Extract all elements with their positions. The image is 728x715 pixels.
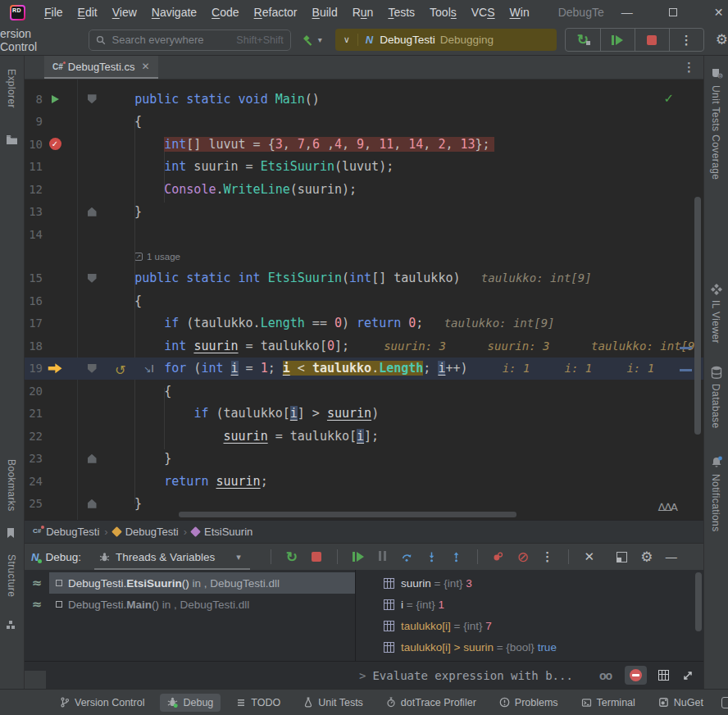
statusbar-item-terminal[interactable]: Terminal [574,694,643,712]
tool-stripe-explorer[interactable]: Explorer [6,69,17,108]
fold-close-icon[interactable] [88,207,97,216]
tool-stripe-notifications[interactable]: Notifications [710,474,721,532]
inspections-ok-icon[interactable]: ✓ [663,91,674,106]
tab-debugtesti-cs[interactable]: C# DebugTesti.cs ✕ [44,56,158,79]
maximize-button[interactable] [650,6,696,19]
tool-stripe-structure[interactable]: Structure [6,554,17,597]
code-line-23[interactable]: 23 } [25,448,703,471]
stop-debug-button[interactable] [304,552,329,562]
mute-renderers-button[interactable] [625,666,647,685]
statusbar-item-debug[interactable]: Debug [160,694,221,712]
editor-vertical-scrollbar[interactable] [694,197,701,435]
code-line-14[interactable]: 14 [25,223,703,246]
code-line-17[interactable]: 17 if (taulukko.Length == 0) return 0; t… [25,312,703,335]
tool-stripe-unit-tests-coverage[interactable]: Unit Tests Coverage [710,85,721,180]
breakpoint-icon[interactable]: ✓ [49,138,61,150]
search-everywhere-input[interactable]: Search everywhere Shift+Shift [89,30,290,51]
step-into-button[interactable] [420,551,444,562]
evaluate-grid-icon[interactable] [658,670,669,681]
code-editor[interactable]: 8 public static void Main()9 {10✓ int[] … [25,80,703,520]
statusbar-item-todo[interactable]: TODO [229,694,288,712]
statusbar-item-version-control[interactable]: Version Control [52,694,152,712]
database-icon[interactable] [711,366,724,379]
editor-horizontal-scrollbar[interactable] [179,512,516,517]
frame-row[interactable]: ≈DebugTesti.Main() in , DebugTesti.dll [25,594,355,615]
breadcrumb-class[interactable]: DebugTesti [113,526,179,538]
menu-win[interactable]: Win [503,6,537,19]
debug-settings-button[interactable]: ⚙ [635,549,659,566]
variables-scrollbar[interactable] [695,572,702,631]
code-line-11[interactable]: 11 int suurin = EtsiSuurin(luvut); [25,156,703,179]
code-line-24[interactable]: 24 return suurin; [25,470,703,493]
chevron-down-icon[interactable]: ∨ [344,34,350,45]
frame-entry[interactable]: DebugTesti.Main() in , DebugTesti.dll [49,594,355,615]
editor-font-widget[interactable]: ∆∆A [658,501,677,513]
expand-icon[interactable] [682,670,694,681]
bookmark-icon[interactable] [6,527,19,540]
code-line-19[interactable]: 19 for (int i = 1; i < taulukko.Length; … [25,358,703,380]
menu-navigate[interactable]: Navigate [144,6,204,19]
menu-vcs[interactable]: VCS [464,6,503,19]
close-tab-icon[interactable]: ✕ [141,61,149,72]
resume-program-button[interactable] [346,552,371,562]
tool-stripe-il-viewer[interactable]: IL Viewer [710,300,721,344]
breadcrumb-method[interactable]: EtsiSuurin [192,526,253,538]
breadcrumb-file[interactable]: C# DebugTesti [33,526,99,538]
code-line-13[interactable]: 13 } [25,201,703,224]
code-line-18[interactable]: 18 int suurin = taulukko[0]; suurin: 3 s… [25,335,703,358]
code-line-22[interactable]: 22 suurin = taulukko[i]; [25,425,703,448]
tool-stripe-database[interactable]: Database [710,384,721,429]
view-breakpoints-button[interactable] [486,551,511,562]
mute-breakpoints-button[interactable]: ⊘ [511,550,535,564]
statusbar-item-nuget[interactable]: NuGet [651,694,711,712]
menu-file[interactable]: File [37,6,71,19]
resume-button[interactable] [600,29,635,51]
code-line-21[interactable]: 21 if (taulukko[i] > suurin) [25,403,703,426]
hide-panel-button[interactable]: — [659,550,684,563]
close-button[interactable]: ✕ [696,6,728,19]
rerun-debug-button[interactable]: ↻ [280,550,304,564]
statusbar-item-unit-tests[interactable]: Unit Tests [296,694,371,712]
menu-tests[interactable]: Tests [380,6,422,19]
il-viewer-icon[interactable] [711,284,724,297]
notifications-bell-icon[interactable] [711,456,724,469]
menu-tools[interactable]: Tools [422,6,464,19]
chevron-down-icon[interactable]: ▾ [318,35,322,44]
menu-refactor[interactable]: Refactor [247,6,305,19]
fold-close-icon[interactable] [88,499,97,508]
variable-row[interactable]: suurin = {int} 3 [356,572,703,594]
variable-row[interactable]: taulukko[i] > suurin = {bool} true [356,636,703,658]
run-configuration-selector[interactable]: ∨ N DebugTesti Debugging [335,29,557,51]
step-out-button[interactable] [444,551,469,562]
settings-button[interactable]: ⚙ [716,31,728,48]
structure-icon[interactable] [6,620,19,633]
code-line-8[interactable]: 8 public static void Main() [25,88,703,111]
fold-open-icon[interactable] [88,274,97,283]
restart-debug-button[interactable]: ↻ [566,29,600,51]
build-button[interactable]: ▾ [301,34,322,47]
code-line-20[interactable]: 20 { [25,380,703,403]
menu-view[interactable]: View [105,6,144,19]
step-over-button[interactable] [395,551,420,562]
menu-run[interactable]: Run [345,6,381,19]
close-debug-panel-button[interactable]: ✕ [577,549,602,564]
menu-build[interactable]: Build [305,6,345,19]
variable-row[interactable]: i = {int} 1 [356,594,703,615]
tool-stripe-bookmarks[interactable]: Bookmarks [6,459,17,512]
code-line-15[interactable]: 15 public static int EtsiSuurin(int[] ta… [25,267,703,290]
fold-close-icon[interactable] [88,454,97,463]
chevron-down-icon[interactable]: ▾ [236,552,241,562]
frame-entry[interactable]: DebugTesti.EtsiSuurin() in , DebugTesti.… [49,572,355,594]
watch-glasses-icon[interactable]: oo [599,669,612,682]
more-actions-button[interactable]: ⋮ [669,29,703,51]
variable-row[interactable]: taulukko[i] = {int} 7 [356,615,703,636]
unit-tests-coverage-icon[interactable]: 0 [711,67,724,80]
layout-settings-button[interactable] [610,552,635,562]
tab-options-icon[interactable]: ⋮ [683,60,695,75]
more-debug-actions-button[interactable]: ⋮ [535,549,560,564]
statusbar-item-dottrace-profiler[interactable]: dotTrace Profiler [379,694,484,712]
usage-annotation[interactable]: ↗1 usage [25,246,703,267]
stop-button[interactable] [635,29,669,51]
code-line-16[interactable]: 16 { [25,289,703,312]
menu-edit[interactable]: Edit [71,6,105,19]
